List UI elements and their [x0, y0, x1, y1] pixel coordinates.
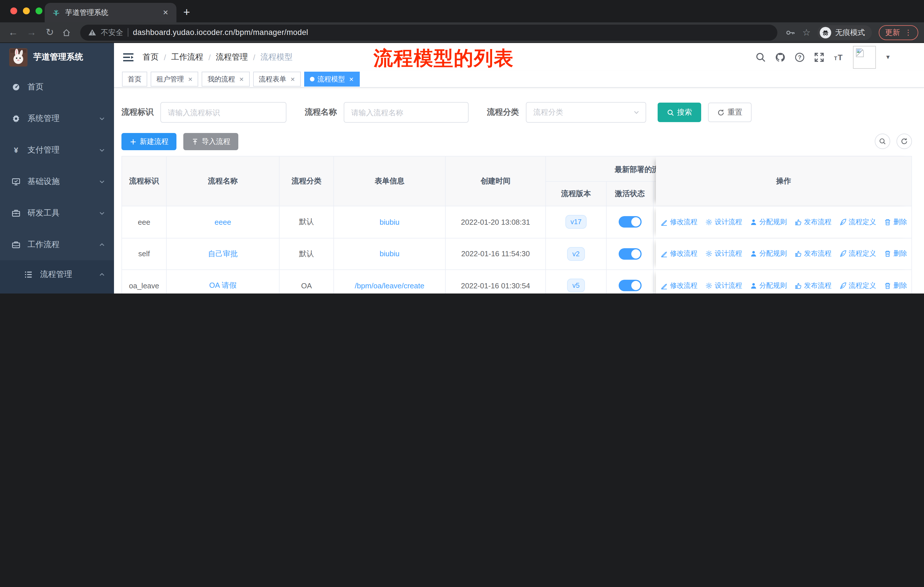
sidebar-item[interactable]: 研发工具 [0, 197, 114, 229]
col-group-latest-deploy: 最新部署的流程定义 流程版本 激活状态 [546, 157, 657, 206]
process-key-input[interactable] [160, 102, 286, 123]
bookmark-star-icon[interactable]: ☆ [802, 27, 810, 38]
operations-cell: 修改流程设计流程分配规则发布流程流程定义删除 [656, 270, 911, 293]
design-action[interactable]: 设计流程 [705, 249, 742, 259]
publish-action[interactable]: 发布流程 [794, 281, 832, 291]
address-bar[interactable]: 不安全 dashboard.yudao.iocoder.cn/bpm/manag… [80, 24, 777, 40]
design-action[interactable]: 设计流程 [705, 217, 742, 227]
active-toggle[interactable] [619, 280, 641, 291]
sidebar-item[interactable]: 工作流程 [0, 229, 114, 260]
sidebar-collapse-hamburger-icon[interactable] [123, 53, 134, 62]
view-tag[interactable]: 租户管理✕ [151, 72, 198, 86]
sidebar-item[interactable]: 基础设施 [0, 166, 114, 197]
refresh-table-button[interactable] [896, 134, 912, 149]
reset-button[interactable]: 重置 [708, 103, 752, 122]
col-header-process-name: 流程名称 [167, 157, 280, 206]
tag-close-icon[interactable]: ✕ [290, 76, 295, 82]
header-search-icon[interactable] [756, 52, 766, 62]
view-tag[interactable]: 流程模型✕ [304, 72, 360, 86]
sidebar-item[interactable]: 首页 [0, 71, 114, 103]
fullscreen-icon[interactable] [814, 52, 824, 62]
process-name-input[interactable] [344, 102, 469, 123]
github-icon[interactable] [775, 52, 785, 62]
breadcrumb-workflow[interactable]: 工作流程 [171, 52, 203, 62]
import-process-button[interactable]: 导入流程 [183, 133, 238, 150]
sidebar-item[interactable]: 系统管理 [0, 103, 114, 134]
back-icon[interactable]: ← [6, 25, 21, 40]
version-badge[interactable]: v2 [567, 247, 584, 261]
created-time-cell: 2022-01-16 11:54:30 [446, 238, 546, 270]
view-tag[interactable]: 首页 [122, 72, 147, 86]
help-icon[interactable]: ? [795, 52, 805, 62]
breadcrumb-home[interactable]: 首页 [143, 52, 159, 62]
create-process-button[interactable]: 新建流程 [121, 133, 177, 150]
model-name-link[interactable]: 自己审批 [208, 249, 238, 259]
assign-user-action[interactable]: 分配规则 [749, 217, 787, 227]
active-toggle[interactable] [619, 217, 641, 228]
toggle-search-button[interactable] [875, 134, 890, 149]
edit-icon [660, 282, 668, 289]
new-tab-button[interactable]: + [183, 5, 190, 20]
version-badge[interactable]: v17 [565, 215, 587, 229]
edit-icon [660, 250, 668, 258]
publish-icon [794, 282, 802, 289]
col-header-created-time: 创建时间 [446, 157, 546, 206]
tab-title: 芋道管理系统 [65, 8, 160, 18]
model-key-cell: eee [122, 207, 167, 238]
assign-user-icon [749, 282, 757, 289]
reload-icon[interactable]: ↻ [42, 25, 57, 40]
definition-action[interactable]: 流程定义 [839, 249, 876, 259]
definition-action[interactable]: 流程定义 [839, 217, 876, 227]
delete-action[interactable]: 删除 [884, 249, 907, 259]
tag-close-icon[interactable]: ✕ [188, 76, 193, 82]
font-size-icon[interactable]: TT [833, 52, 844, 62]
forward-icon[interactable]: → [24, 25, 39, 40]
window-maximize-button[interactable] [36, 7, 42, 14]
tab-close-icon[interactable]: ✕ [160, 7, 171, 18]
window-minimize-button[interactable] [23, 7, 30, 14]
active-toggle[interactable] [619, 248, 641, 260]
sidebar-item[interactable]: 流程表单 [0, 289, 114, 293]
avatar-caret-down-icon[interactable]: ▼ [885, 54, 891, 60]
form-info-link[interactable]: biubiu [380, 218, 399, 227]
browser-menu-dots-icon[interactable]: ⋮ [904, 28, 912, 37]
home-icon[interactable] [61, 27, 72, 38]
edit-action[interactable]: 修改流程 [660, 249, 698, 259]
assign-user-action[interactable]: 分配规则 [749, 281, 787, 291]
tag-close-icon[interactable]: ✕ [349, 76, 354, 82]
assign-user-action[interactable]: 分配规则 [749, 249, 787, 259]
form-info-link[interactable]: /bpm/oa/leave/create [355, 281, 424, 290]
model-name-link[interactable]: OA 请假 [209, 281, 236, 291]
definition-action[interactable]: 流程定义 [839, 281, 876, 291]
window-close-button[interactable] [10, 7, 17, 14]
table-toolbar: 新建流程 导入流程 [121, 133, 924, 150]
edit-action[interactable]: 修改流程 [660, 217, 698, 227]
form-info-link[interactable]: biubiu [380, 250, 399, 258]
app-logo-row[interactable]: 芋道管理系统 [0, 43, 114, 71]
sidebar: 芋道管理系统 首页系统管理¥支付管理基础设施研发工具工作流程流程管理流程表单用户… [0, 43, 114, 293]
delete-action[interactable]: 删除 [884, 217, 907, 227]
search-button[interactable]: 搜索 [658, 103, 701, 122]
model-name-cell: 自己审批 [167, 238, 280, 270]
tag-close-icon[interactable]: ✕ [239, 76, 244, 82]
monitor-icon [12, 177, 21, 186]
process-category-select[interactable]: 流程分类 [526, 102, 646, 123]
design-action[interactable]: 设计流程 [705, 281, 742, 291]
edit-action[interactable]: 修改流程 [660, 281, 698, 291]
version-badge[interactable]: v5 [567, 279, 584, 293]
view-tag[interactable]: 我的流程✕ [202, 72, 250, 86]
sidebar-item[interactable]: 流程管理 [0, 260, 114, 289]
browser-tab[interactable]: 芋道管理系统 ✕ [45, 3, 177, 22]
breadcrumb-process-manage[interactable]: 流程管理 [216, 52, 248, 62]
user-avatar[interactable] [853, 46, 876, 68]
model-name-link[interactable]: eeee [214, 218, 231, 227]
form-info-cell: /bpm/oa/leave/create [334, 270, 446, 293]
password-key-icon[interactable] [785, 27, 795, 38]
browser-update-button[interactable]: 更新 ⋮ [879, 25, 918, 40]
publish-action[interactable]: 发布流程 [794, 249, 832, 259]
view-tag[interactable]: 流程表单✕ [253, 72, 301, 86]
refresh-icon [717, 109, 724, 116]
sidebar-item[interactable]: ¥支付管理 [0, 134, 114, 166]
delete-action[interactable]: 删除 [884, 281, 907, 291]
publish-action[interactable]: 发布流程 [794, 217, 832, 227]
